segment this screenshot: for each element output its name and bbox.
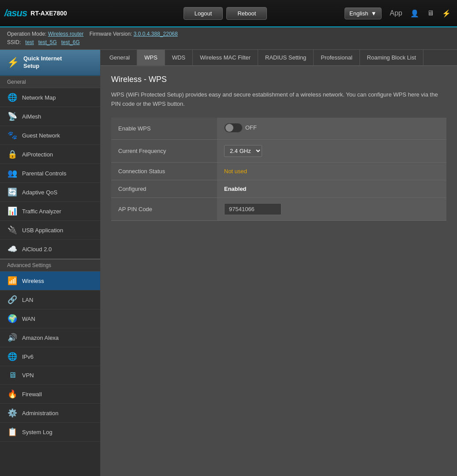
aicloud-icon: ☁️ <box>7 244 18 254</box>
connection-status-value: Not used <box>217 162 446 180</box>
tab-wps[interactable]: WPS <box>137 50 165 65</box>
enable-wps-label: Enable WPS <box>111 118 217 140</box>
wan-label: WAN <box>22 316 35 322</box>
firmware-label: Firmware Version: <box>90 31 132 37</box>
aiprotection-icon: 🔒 <box>7 149 18 159</box>
operation-mode-value[interactable]: Wireless router <box>48 31 84 37</box>
language-selector[interactable]: English ▼ <box>345 7 382 19</box>
sidebar-item-vpn[interactable]: 🖥 VPN <box>0 366 100 385</box>
logout-button[interactable]: Logout <box>184 7 223 20</box>
current-frequency-control: 2.4 GHz 5 GHz 6 GHz <box>217 139 446 162</box>
aimesh-label: AiMesh <box>22 113 41 120</box>
sidebar-item-parental-controls[interactable]: 👥 Parental Controls <box>0 164 100 183</box>
sidebar-item-wan[interactable]: 🌍 WAN <box>0 309 100 328</box>
vpn-icon: 🖥 <box>7 371 18 380</box>
configured-status: Enabled <box>224 186 247 192</box>
ap-pin-code-label: AP PIN Code <box>111 197 217 220</box>
wan-icon: 🌍 <box>7 314 18 324</box>
ap-pin-code-control <box>217 197 446 220</box>
wps-toggle-label: OFF <box>245 124 257 131</box>
sidebar-item-ipv6[interactable]: 🌐 IPv6 <box>0 347 100 366</box>
sidebar-item-adaptive-qos[interactable]: 🔄 Adaptive QoS <box>0 183 100 202</box>
aiprotection-label: AiProtection <box>22 151 53 158</box>
system-log-icon: 📋 <box>7 427 18 437</box>
tab-general[interactable]: General <box>102 50 137 65</box>
row-current-frequency: Current Frequency 2.4 GHz 5 GHz 6 GHz <box>111 139 446 162</box>
system-log-label: System Log <box>22 429 52 435</box>
sidebar-item-system-log[interactable]: 📋 System Log <box>0 423 100 442</box>
main-layout: ⚡ Quick InternetSetup General 🌐 Network … <box>0 50 457 476</box>
parental-controls-label: Parental Controls <box>22 170 66 177</box>
tab-wireless-mac-filter[interactable]: Wireless MAC Filter <box>193 50 258 65</box>
administration-icon: ⚙️ <box>7 408 18 418</box>
operation-mode-label: Operation Mode: <box>7 31 46 37</box>
parental-controls-icon: 👥 <box>7 168 18 178</box>
tab-roaming-block-list[interactable]: Roaming Block List <box>360 50 423 65</box>
row-configured: Configured Enabled <box>111 180 446 197</box>
model-name: RT-AXE7800 <box>30 10 67 17</box>
wireless-label: Wireless <box>22 278 44 284</box>
asus-logo: /asus <box>4 7 27 19</box>
administration-label: Administration <box>22 410 58 416</box>
sidebar-item-guest-network[interactable]: 🐾 Guest Network <box>0 126 100 145</box>
lan-label: LAN <box>22 297 33 303</box>
amazon-alexa-label: Amazon Alexa <box>22 335 59 341</box>
sidebar-item-usb-application[interactable]: 🔌 USB Application <box>0 221 100 240</box>
quick-setup-icon: ⚡ <box>7 57 19 68</box>
adaptive-qos-label: Adaptive QoS <box>22 189 57 196</box>
tab-professional[interactable]: Professional <box>314 50 360 65</box>
configured-value: Enabled <box>217 180 446 197</box>
firewall-label: Firewall <box>22 391 42 398</box>
lan-icon: 🔗 <box>7 295 18 305</box>
reboot-button[interactable]: Reboot <box>226 7 267 20</box>
usb-application-icon: 🔌 <box>7 225 18 235</box>
sidebar-item-amazon-alexa[interactable]: 🔊 Amazon Alexa <box>0 328 100 347</box>
monitor-icon[interactable]: 🖥 <box>425 7 436 19</box>
ap-pin-code-input[interactable] <box>224 203 281 215</box>
tab-wds[interactable]: WDS <box>165 50 193 65</box>
ssid-2g[interactable]: test <box>25 39 34 45</box>
network-map-label: Network Map <box>22 94 56 101</box>
wps-toggle-track[interactable] <box>224 123 243 133</box>
frequency-select[interactable]: 2.4 GHz 5 GHz 6 GHz <box>224 145 262 157</box>
connection-status-label: Connection Status <box>111 162 217 180</box>
wps-toggle-switch[interactable]: OFF <box>224 123 257 133</box>
advanced-section-label: Advanced Settings <box>0 259 100 271</box>
configured-label: Configured <box>111 180 217 197</box>
app-label[interactable]: App <box>388 7 404 19</box>
usb-application-label: USB Application <box>22 227 63 234</box>
sidebar-item-aiprotection[interactable]: 🔒 AiProtection <box>0 145 100 164</box>
sidebar-item-firewall[interactable]: 🔥 Firewall <box>0 385 100 404</box>
tab-radius-setting[interactable]: RADIUS Setting <box>258 50 314 65</box>
content-body: Wireless - WPS WPS (WiFi Protected Setup… <box>101 66 457 230</box>
user-icon[interactable]: 👤 <box>408 7 421 19</box>
sidebar-item-network-map[interactable]: 🌐 Network Map <box>0 88 100 107</box>
ssid-6g[interactable]: test_6G <box>61 39 80 45</box>
row-connection-status: Connection Status Not used <box>111 162 446 180</box>
ssid-5g[interactable]: test_5G <box>38 39 57 45</box>
sidebar-item-administration[interactable]: ⚙️ Administration <box>0 404 100 423</box>
ssid-label: SSID: <box>7 39 21 45</box>
row-enable-wps: Enable WPS OFF <box>111 118 446 140</box>
enable-wps-control: OFF <box>217 118 446 140</box>
language-label: English <box>349 10 368 17</box>
sidebar-item-aimesh[interactable]: 📡 AiMesh <box>0 107 100 126</box>
aimesh-icon: 📡 <box>7 112 18 121</box>
page-description: WPS (WiFi Protected Setup) provides easy… <box>111 90 446 109</box>
top-buttons: Logout Reboot <box>106 7 345 20</box>
sidebar-item-aicloud[interactable]: ☁️ AiCloud 2.0 <box>0 240 100 259</box>
traffic-analyzer-label: Traffic Analyzer <box>22 208 61 215</box>
logo-area: /asus RT-AXE7800 <box>4 7 106 19</box>
quick-internet-setup[interactable]: ⚡ Quick InternetSetup <box>0 50 100 76</box>
vpn-label: VPN <box>22 372 34 379</box>
sidebar-item-traffic-analyzer[interactable]: 📊 Traffic Analyzer <box>0 202 100 221</box>
amazon-alexa-icon: 🔊 <box>7 333 18 342</box>
firmware-value[interactable]: 3.0.0.4.388_22068 <box>134 31 178 37</box>
tabs-bar: General WPS WDS Wireless MAC Filter RADI… <box>101 50 457 66</box>
guest-network-icon: 🐾 <box>7 130 18 140</box>
sidebar-item-wireless[interactable]: 📶 Wireless <box>0 271 100 290</box>
ipv6-label: IPv6 <box>22 353 34 360</box>
usb-icon[interactable]: ⚡ <box>440 7 453 19</box>
sidebar-item-lan[interactable]: 🔗 LAN <box>0 290 100 309</box>
ipv6-icon: 🌐 <box>7 352 18 361</box>
